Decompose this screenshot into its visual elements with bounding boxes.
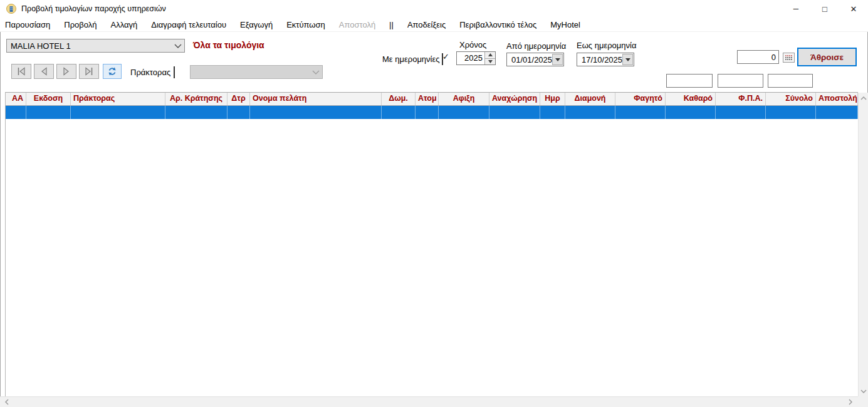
- agent-select: [190, 65, 323, 79]
- refresh-icon: [107, 66, 117, 76]
- minimize-button[interactable]: –: [782, 0, 810, 18]
- selected-cell-persons[interactable]: [416, 106, 439, 119]
- calendar-dropdown-icon[interactable]: [552, 54, 563, 65]
- sum-button[interactable]: Άθροισε: [797, 48, 857, 66]
- selected-cell-stay[interactable]: [565, 106, 615, 119]
- selected-cell-booking-no[interactable]: [165, 106, 227, 119]
- from-date-picker[interactable]: 01/01/2025: [506, 53, 564, 66]
- spinner-up-icon[interactable]: [485, 52, 495, 58]
- with-dates-checkbox[interactable]: [442, 53, 443, 65]
- year-label: Χρόνος: [459, 40, 486, 49]
- sum-field[interactable]: [768, 74, 813, 88]
- invoice-grid: ΑΑΕκδοσηΠράκτοραςΑρ. ΚράτησηςΔτρΟνομα πε…: [5, 92, 858, 396]
- menu-item-myhotel[interactable]: MyHotel: [543, 19, 587, 31]
- column-header-days[interactable]: Ημρ: [540, 93, 565, 105]
- column-header-vat[interactable]: Φ.Π.Α.: [716, 93, 766, 105]
- column-header-agent[interactable]: Πράκτορας: [71, 93, 165, 105]
- agent-checkbox[interactable]: [174, 66, 175, 78]
- year-value: 2025: [457, 52, 484, 64]
- menu-bar: ΠαρουσίασηΠροβολήΑλλαγήΔιαγραφή τελευταί…: [0, 18, 868, 32]
- column-header-departure[interactable]: Αναχώρηση: [489, 93, 540, 105]
- column-header-net[interactable]: Καθαρό: [666, 93, 716, 105]
- close-button[interactable]: ✕: [839, 0, 868, 18]
- selected-cell-dtr[interactable]: [227, 106, 250, 119]
- column-header-persons[interactable]: Ατομ: [416, 93, 439, 105]
- to-date-value: 17/10/2025: [577, 55, 622, 64]
- spinner-down-icon[interactable]: [485, 58, 495, 65]
- grid-header-row: ΑΑΕκδοσηΠράκτοραςΑρ. ΚράτησηςΔτρΟνομα πε…: [6, 93, 858, 106]
- app-icon: [6, 4, 16, 14]
- menu-item-export[interactable]: Εξαγωγή: [233, 19, 280, 31]
- previous-record-icon: [39, 67, 49, 76]
- count-input[interactable]: [737, 50, 779, 64]
- selected-cell-agent[interactable]: [71, 106, 165, 119]
- column-header-booking-no[interactable]: Αρ. Κράτησης: [165, 93, 227, 105]
- chevron-down-icon: [172, 44, 184, 48]
- year-spinner[interactable]: 2025: [456, 51, 496, 65]
- menu-item-send: Αποστολή: [332, 19, 382, 31]
- menu-item-view[interactable]: Προβολή: [57, 19, 103, 31]
- scrollbar-corner: [858, 396, 868, 407]
- refresh-button[interactable]: [103, 64, 122, 79]
- selected-cell-room[interactable]: [382, 106, 416, 119]
- menu-item-print[interactable]: Εκτύπωση: [280, 19, 332, 31]
- selected-cell-aa[interactable]: [6, 106, 26, 119]
- calculator-button[interactable]: [783, 53, 795, 63]
- horizontal-scrollbar[interactable]: [0, 396, 858, 407]
- chevron-down-icon: [310, 70, 322, 75]
- last-record-button[interactable]: [79, 64, 99, 79]
- menu-item-separator[interactable]: ||: [382, 19, 400, 31]
- column-header-total[interactable]: Σύνολο: [766, 93, 816, 105]
- from-date-label: Από ημερομηνία: [506, 41, 566, 51]
- column-header-food[interactable]: Φαγητό: [615, 93, 666, 105]
- scroll-right-icon[interactable]: [845, 397, 855, 407]
- window-controls: – □ ✕: [782, 0, 868, 18]
- column-header-issue[interactable]: Εκδοση: [26, 93, 71, 105]
- previous-record-button[interactable]: [34, 64, 54, 79]
- with-dates-label: Με ημερομηνίες: [382, 54, 440, 64]
- vertical-scrollbar[interactable]: [858, 93, 868, 396]
- selected-cell-days[interactable]: [540, 106, 565, 119]
- calculator-icon: [785, 54, 793, 61]
- next-record-button[interactable]: [56, 64, 76, 79]
- from-date-value: 01/01/2025: [507, 55, 552, 64]
- selected-cell-net[interactable]: [666, 106, 716, 119]
- selected-cell-customer-name[interactable]: [250, 106, 382, 119]
- agent-label: Πράκτορας: [130, 68, 170, 77]
- calendar-dropdown-icon[interactable]: [622, 54, 633, 65]
- selected-cell-send[interactable]: [816, 106, 858, 119]
- column-header-arrival[interactable]: Αφιξη: [439, 93, 489, 105]
- first-record-button[interactable]: [11, 64, 31, 79]
- selected-cell-arrival[interactable]: [439, 106, 489, 119]
- menu-item-presentation[interactable]: Παρουσίαση: [0, 19, 57, 31]
- scroll-up-icon[interactable]: [859, 93, 868, 103]
- last-record-icon: [83, 67, 95, 76]
- app-window: Προβολή τιμολογίων παροχής υπηρεσιών – □…: [0, 0, 868, 407]
- maximize-button[interactable]: □: [810, 0, 839, 18]
- column-header-send[interactable]: Αποστολή: [816, 93, 858, 105]
- to-date-picker[interactable]: 17/10/2025: [577, 53, 634, 66]
- column-header-room[interactable]: Δωμ.: [382, 93, 416, 105]
- sum-field[interactable]: [718, 74, 763, 88]
- selected-cell-departure[interactable]: [489, 106, 540, 119]
- selected-cell-issue[interactable]: [26, 106, 71, 119]
- next-record-icon: [61, 67, 71, 76]
- menu-item-change[interactable]: Αλλαγή: [104, 19, 145, 31]
- scroll-down-icon[interactable]: [859, 386, 868, 396]
- column-header-dtr[interactable]: Δτρ: [227, 93, 250, 105]
- filter-title: Όλα τα τιμολόγια: [193, 40, 264, 50]
- selected-cell-food[interactable]: [615, 106, 666, 119]
- menu-item-environmental-fee[interactable]: Περιβαλλοντικό τέλος: [452, 19, 543, 31]
- scroll-left-icon[interactable]: [1, 397, 12, 407]
- menu-item-delete-last[interactable]: Διαγραφή τελευταίου: [144, 19, 233, 31]
- sum-field[interactable]: [666, 74, 713, 88]
- grid-selected-row[interactable]: [6, 106, 858, 119]
- column-header-stay[interactable]: Διαμονή: [565, 93, 615, 105]
- column-header-aa[interactable]: ΑΑ: [6, 93, 26, 105]
- selected-cell-total[interactable]: [766, 106, 816, 119]
- selected-cell-vat[interactable]: [716, 106, 766, 119]
- column-header-customer-name[interactable]: Ονομα πελάτη: [250, 93, 382, 105]
- hotel-select[interactable]: MALIA HOTEL 1: [6, 39, 185, 53]
- menu-item-receipts[interactable]: Αποδείξεις: [400, 19, 452, 31]
- hotel-select-value: MALIA HOTEL 1: [7, 41, 172, 51]
